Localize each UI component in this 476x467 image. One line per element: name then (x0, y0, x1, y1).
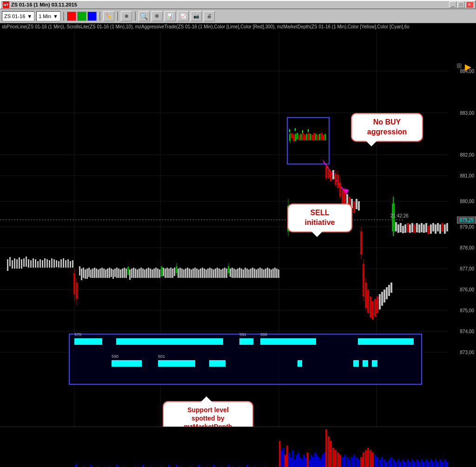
svg-rect-381 (432, 461, 434, 467)
indicators-button[interactable]: 📈 (178, 11, 189, 21)
svg-rect-78 (131, 269, 132, 278)
svg-rect-31 (40, 259, 41, 268)
svg-rect-59 (96, 269, 97, 278)
svg-rect-366 (397, 459, 399, 467)
color-picker[interactable] (67, 12, 97, 21)
svg-rect-17 (7, 259, 8, 271)
svg-rect-183 (289, 129, 290, 132)
svg-rect-316 (290, 457, 291, 467)
svg-rect-337 (330, 441, 332, 467)
svg-rect-146 (254, 269, 255, 278)
svg-rect-81 (137, 270, 138, 278)
svg-rect-112 (192, 269, 194, 278)
svg-rect-255 (75, 464, 77, 467)
svg-rect-80 (135, 269, 136, 278)
svg-rect-386 (444, 459, 446, 467)
maximize-button[interactable]: □ (457, 1, 465, 8)
svg-rect-18 (9, 257, 11, 266)
svg-rect-315 (288, 453, 290, 467)
window-container: NT ZS 01-16 (1 Min) 03.11.2015 _ □ ✕ ZS … (0, 0, 476, 467)
chart-area[interactable]: ⊞ ▶ (0, 32, 476, 427)
svg-rect-166 (295, 134, 296, 141)
svg-rect-134 (231, 268, 233, 278)
print-button[interactable]: 🖨 (204, 11, 215, 21)
svg-rect-336 (328, 436, 330, 467)
svg-rect-122 (211, 269, 212, 278)
crosshair-tool[interactable]: ⊕ (121, 11, 132, 21)
svg-rect-56 (90, 270, 92, 278)
svg-rect-334 (324, 453, 325, 467)
svg-rect-355 (372, 453, 374, 467)
separator-3 (117, 12, 118, 21)
svg-rect-228 (390, 283, 392, 293)
price-label-877: 877,00 (460, 266, 474, 271)
svg-rect-335 (325, 429, 327, 467)
svg-rect-322 (301, 459, 303, 467)
svg-rect-361 (386, 461, 388, 467)
minimize-button[interactable]: _ (449, 1, 456, 8)
svg-rect-218 (367, 289, 369, 313)
svg-rect-313 (284, 454, 286, 467)
color-blue[interactable] (87, 12, 97, 21)
pencil-tool[interactable]: ✏️ (103, 11, 114, 21)
svg-rect-235 (404, 224, 406, 233)
depth-bar-590: 590 (112, 360, 142, 367)
svg-rect-93 (159, 270, 160, 278)
svg-rect-174 (310, 134, 311, 140)
svg-rect-354 (370, 450, 371, 467)
svg-rect-33 (44, 258, 46, 268)
svg-rect-124 (215, 269, 216, 278)
svg-rect-364 (393, 459, 395, 467)
svg-rect-106 (181, 269, 183, 278)
svg-rect-245 (428, 226, 430, 234)
svg-rect-296 (228, 465, 229, 467)
svg-rect-110 (189, 269, 190, 278)
svg-rect-376 (421, 459, 423, 467)
svg-rect-139 (241, 269, 242, 278)
timeframe-dropdown-arrow: ▼ (53, 13, 58, 19)
svg-rect-52 (83, 268, 84, 278)
svg-rect-72 (120, 270, 121, 278)
timeframe-dropdown[interactable]: 1 Min ▼ (36, 11, 60, 21)
svg-rect-51 (81, 269, 82, 280)
zoom-in-button[interactable]: 🔍 (139, 11, 150, 21)
svg-rect-86 (146, 269, 147, 278)
window-controls[interactable]: _ □ ✕ (449, 1, 473, 8)
svg-rect-237 (409, 224, 411, 233)
svg-rect-356 (374, 454, 376, 467)
svg-rect-185 (302, 130, 303, 133)
instrument-dropdown[interactable]: ZS 01-16 ▼ (2, 11, 34, 21)
color-red[interactable] (67, 12, 76, 21)
svg-rect-108 (185, 269, 186, 278)
svg-rect-87 (148, 268, 149, 278)
svg-rect-368 (402, 459, 404, 467)
svg-rect-30 (37, 261, 39, 268)
depth-bar-bot-7 (372, 360, 377, 367)
svg-rect-57 (92, 269, 93, 278)
svg-rect-301 (246, 465, 248, 467)
svg-rect-351 (363, 453, 364, 467)
svg-rect-141 (245, 268, 246, 278)
properties-button[interactable]: ⚙ (152, 11, 163, 21)
depth-bar-top-right (358, 338, 414, 345)
svg-rect-375 (418, 461, 420, 467)
svg-rect-44 (70, 261, 71, 268)
svg-rect-113 (194, 268, 196, 278)
svg-rect-175 (311, 135, 313, 140)
chart-button[interactable]: 📊 (165, 11, 176, 21)
svg-rect-40 (60, 259, 62, 268)
price-label-882: 882,00 (460, 152, 474, 158)
svg-rect-249 (437, 223, 439, 231)
close-button[interactable]: ✕ (466, 1, 473, 8)
color-green[interactable] (77, 12, 86, 21)
snapshot-button[interactable]: 📷 (191, 11, 202, 21)
svg-rect-119 (205, 270, 207, 278)
svg-rect-280 (168, 465, 170, 467)
svg-rect-252 (444, 224, 446, 234)
instrument-dropdown-arrow: ▼ (27, 13, 32, 19)
svg-rect-350 (360, 457, 362, 467)
svg-rect-343 (344, 454, 346, 467)
svg-rect-224 (381, 292, 383, 306)
svg-rect-349 (358, 459, 360, 467)
svg-rect-21 (16, 259, 18, 269)
